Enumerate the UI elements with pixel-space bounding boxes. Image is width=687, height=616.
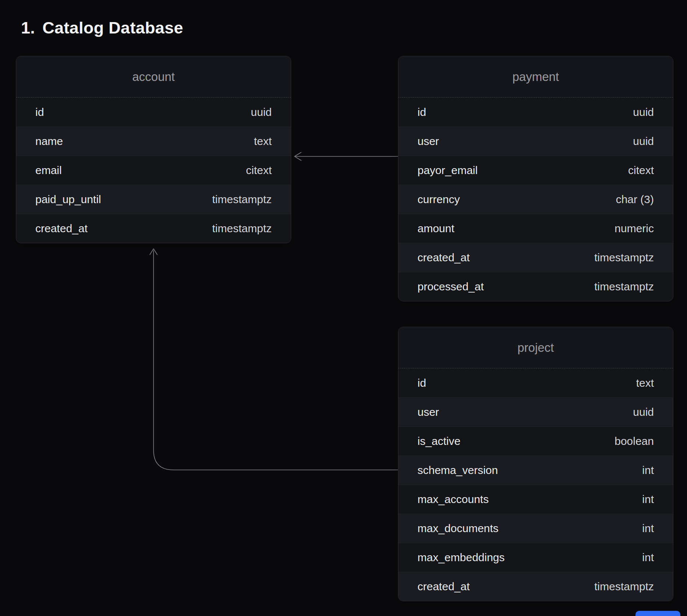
table-project[interactable]: project id text user uuid is_active bool… [398,327,673,601]
table-row: id text [398,368,673,397]
fk-payment-to-account-arrowhead [295,152,301,160]
diagram-canvas: 1. Catalog Database account id uuid name… [0,0,687,616]
field-name: email [35,164,62,177]
field-name: created_at [35,222,88,235]
table-payment-rows: id uuid user uuid payor_email citext cur… [398,98,673,301]
field-name: payor_email [418,164,478,177]
table-row: email citext [16,156,291,185]
page-title-number: 1. [21,18,35,38]
page-title-label: Catalog Database [42,18,183,38]
field-name: schema_version [418,464,498,477]
field-type: citext [628,164,654,177]
field-type: boolean [614,435,654,447]
table-row: name text [16,127,291,156]
field-name: max_embeddings [418,551,505,564]
fk-project-to-account-arrowhead [150,249,157,255]
field-name: paid_up_until [35,193,101,206]
page-title: 1. Catalog Database [21,18,183,38]
table-row: id uuid [16,98,291,127]
field-type: timestamptz [594,251,654,264]
field-type: text [254,135,272,148]
field-type: uuid [633,106,654,118]
field-name: user [418,406,439,418]
table-account[interactable]: account id uuid name text email citext p… [16,56,291,243]
table-row: paid_up_until timestamptz [16,185,291,214]
table-payment[interactable]: payment id uuid user uuid payor_email ci… [398,56,673,301]
field-type: timestamptz [212,222,272,235]
field-type: citext [246,164,272,177]
table-row: schema_version int [398,456,673,485]
field-name: user [418,135,439,148]
field-name: processed_at [418,280,484,293]
field-name: id [35,106,44,118]
table-row: created_at timestamptz [398,572,673,601]
bottom-right-blue-element[interactable] [635,611,680,616]
field-name: max_documents [418,522,498,535]
field-type: text [636,377,654,389]
field-name: created_at [418,580,470,593]
table-row: created_at timestamptz [398,243,673,272]
table-row: currency char (3) [398,185,673,214]
table-row: user uuid [398,397,673,426]
field-type: uuid [633,406,654,418]
field-name: max_accounts [418,493,489,506]
table-project-title: project [398,327,673,368]
field-name: created_at [418,251,470,264]
field-name: id [418,377,426,389]
field-name: id [418,106,426,118]
field-type: timestamptz [594,280,654,293]
field-name: amount [418,222,454,235]
field-name: name [35,135,63,148]
table-row: max_embeddings int [398,543,673,572]
field-type: char (3) [616,193,654,206]
field-type: int [642,522,654,535]
field-name: is_active [418,435,461,447]
table-project-rows: id text user uuid is_active boolean sche… [398,368,673,601]
field-type: int [642,493,654,506]
table-row: created_at timestamptz [16,214,291,243]
table-row: is_active boolean [398,426,673,456]
table-row: amount numeric [398,214,673,243]
field-type: timestamptz [212,193,272,206]
table-payment-title: payment [398,56,673,98]
fk-project-to-account-line [154,251,398,470]
field-type: timestamptz [594,580,654,593]
table-row: id uuid [398,98,673,127]
field-type: int [642,551,654,564]
table-account-rows: id uuid name text email citext paid_up_u… [16,98,291,243]
field-type: int [642,464,654,477]
field-type: uuid [251,106,272,118]
field-type: uuid [633,135,654,148]
table-row: max_accounts int [398,485,673,514]
field-name: currency [418,193,460,206]
table-row: payor_email citext [398,156,673,185]
table-row: max_documents int [398,514,673,543]
field-type: numeric [614,222,654,235]
table-account-title: account [16,56,291,98]
table-row: processed_at timestamptz [398,272,673,301]
table-row: user uuid [398,127,673,156]
